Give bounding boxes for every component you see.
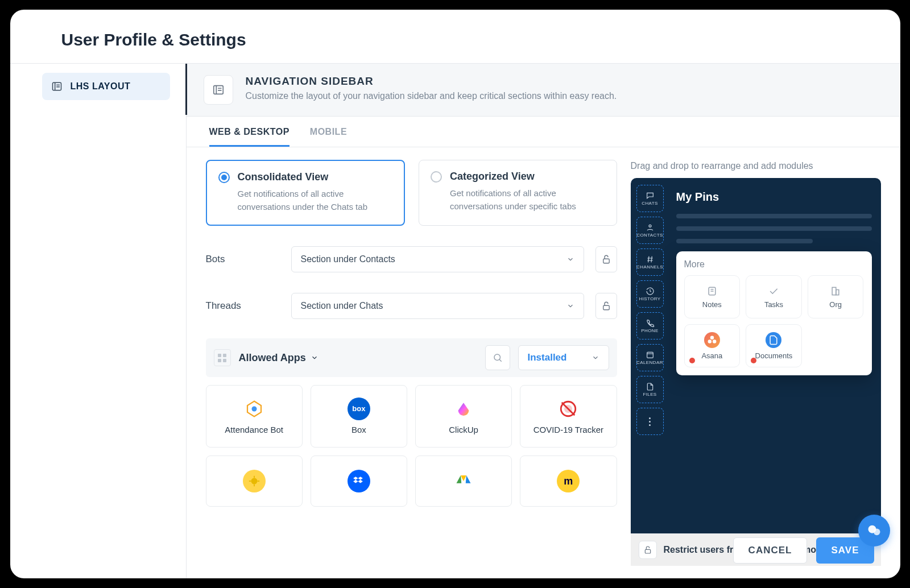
section-title: NAVIGATION SIDEBAR [246, 75, 617, 88]
asana-icon [704, 332, 720, 348]
hash-icon [646, 255, 655, 264]
history-icon [646, 287, 655, 296]
attendance-bot-icon [243, 397, 266, 420]
threads-label: Threads [206, 300, 280, 312]
chat-icon [646, 191, 655, 200]
apps-filter-select[interactable]: Installed [518, 345, 609, 370]
svg-line-11 [499, 359, 502, 362]
threads-select[interactable]: Section under Chats [291, 293, 584, 319]
radio-icon [218, 172, 230, 183]
app-covid-tracker[interactable]: COVID-19 Tracker [520, 385, 617, 448]
more-documents[interactable]: Documents [746, 324, 802, 367]
chat-bubbles-icon [866, 523, 882, 539]
more-org[interactable]: Org [808, 275, 864, 318]
view-consolidated[interactable]: Consolidated View Get notifications of a… [206, 160, 406, 226]
allowed-apps-toggle[interactable]: Allowed Apps [239, 352, 318, 364]
app-attendance-bot[interactable]: Attendance Bot [206, 385, 303, 448]
preview-hint: Drag and drop to rearrange and add modul… [631, 161, 881, 171]
cancel-button[interactable]: CANCEL [733, 537, 808, 564]
svg-line-16 [562, 402, 575, 415]
view-title: Consolidated View [238, 171, 329, 183]
more-asana[interactable]: Asana [684, 324, 741, 367]
view-desc: Get notifications of all active conversa… [218, 188, 393, 213]
layout-icon [51, 81, 63, 92]
remove-dot-icon[interactable] [689, 358, 695, 363]
platform-tabs: WEB & DESKTOP MOBILE [187, 117, 900, 147]
page-header: User Profile & Settings [10, 10, 900, 63]
preview-pins-title: My Pins [676, 191, 872, 204]
module-channels[interactable]: CHANNELS [636, 249, 664, 276]
svg-marker-25 [457, 475, 462, 483]
sidebar-item-lhs-layout[interactable]: LHS LAYOUT [42, 73, 170, 100]
unlock-icon [643, 545, 652, 554]
radio-icon [431, 171, 442, 183]
app-dropbox[interactable] [311, 456, 407, 507]
dropbox-icon [348, 470, 370, 492]
svg-rect-0 [52, 82, 61, 90]
org-icon [830, 285, 841, 297]
sidebar-layout-icon [204, 75, 233, 105]
app-box[interactable]: box Box [311, 385, 407, 448]
module-contacts[interactable]: CONTACTS [636, 217, 664, 244]
phone-icon [646, 318, 655, 328]
contacts-icon [646, 223, 655, 232]
module-chats[interactable]: CHATS [636, 185, 664, 212]
chevron-down-icon [592, 354, 599, 362]
module-more[interactable] [636, 408, 664, 435]
module-phone[interactable]: PHONE [636, 312, 664, 339]
unlock-icon [601, 254, 611, 264]
covid19-icon [243, 470, 266, 492]
page-title: User Profile & Settings [61, 30, 873, 49]
apps-search-button[interactable] [485, 345, 510, 370]
placeholder-line [676, 226, 872, 231]
chevron-down-icon [566, 255, 574, 263]
files-icon [646, 382, 655, 391]
app-clickup[interactable]: ClickUp [415, 385, 512, 448]
threads-value: Section under Chats [301, 301, 383, 311]
app-miro[interactable]: m [520, 456, 617, 507]
more-notes[interactable]: Notes [684, 275, 741, 318]
view-desc: Get notifications of all active conversa… [431, 187, 605, 213]
app-google-drive[interactable] [415, 456, 512, 507]
search-icon [493, 353, 503, 363]
svg-rect-9 [603, 305, 609, 310]
box-icon: box [348, 397, 370, 420]
svg-marker-23 [461, 475, 466, 481]
chat-fab[interactable] [858, 515, 890, 546]
svg-point-39 [710, 336, 713, 339]
remove-dot-icon[interactable] [751, 358, 756, 363]
app-covid19[interactable] [206, 456, 303, 507]
threads-lock-button[interactable] [595, 293, 617, 319]
restrict-lock-button[interactable] [639, 541, 657, 559]
view-title: Categorized View [450, 171, 535, 183]
bots-value: Section under Contacts [301, 254, 395, 264]
bots-lock-button[interactable] [595, 246, 617, 272]
module-history[interactable]: HISTORY [636, 280, 664, 308]
miro-icon: m [557, 470, 580, 492]
tab-web-desktop[interactable]: WEB & DESKTOP [209, 117, 289, 147]
svg-line-30 [648, 256, 648, 263]
svg-rect-4 [213, 86, 223, 94]
notes-icon [706, 285, 718, 297]
more-tasks[interactable]: Tasks [746, 275, 802, 318]
documents-icon [766, 332, 781, 348]
settings-sidebar: LHS LAYOUT [10, 64, 187, 578]
svg-rect-32 [647, 352, 653, 358]
tab-mobile[interactable]: MOBILE [310, 117, 347, 147]
sidebar-preview: CHATS CONTACTS CHANNELS [631, 178, 881, 533]
svg-point-40 [708, 340, 711, 343]
module-files[interactable]: FILES [636, 376, 664, 403]
svg-rect-42 [645, 549, 650, 553]
google-drive-icon [452, 470, 475, 492]
view-categorized[interactable]: Categorized View Get notifications of al… [419, 160, 617, 226]
covid-tracker-icon [557, 397, 580, 420]
svg-point-13 [251, 406, 257, 411]
clickup-icon [452, 397, 475, 420]
placeholder-line [676, 239, 813, 243]
sidebar-item-label: LHS LAYOUT [71, 81, 131, 92]
module-calendar[interactable]: CALENDAR [636, 344, 664, 371]
svg-rect-37 [832, 287, 836, 295]
bots-select[interactable]: Section under Contacts [291, 246, 584, 272]
chevron-down-icon [311, 354, 318, 362]
placeholder-line [676, 214, 872, 218]
